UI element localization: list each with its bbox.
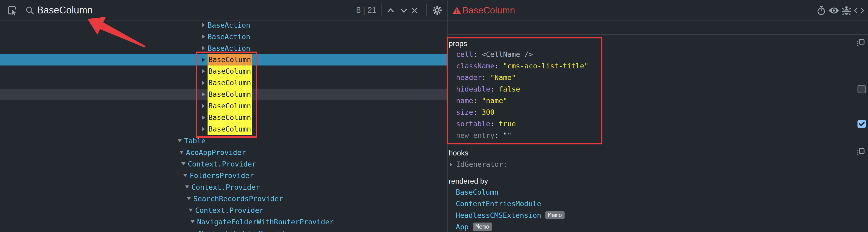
hideable-checkbox[interactable] xyxy=(858,85,866,93)
prop-row[interactable]: sortable: true xyxy=(456,119,516,129)
search-icon xyxy=(25,6,35,15)
tree-row[interactable]: Context.Provider xyxy=(0,204,447,216)
tree-row[interactable]: BaseAction xyxy=(0,42,447,54)
rendered-by-row: BaseColumn xyxy=(456,187,499,198)
panel-divider[interactable] xyxy=(447,0,448,232)
owner-link[interactable]: BaseColumn xyxy=(456,188,499,196)
gear-icon[interactable] xyxy=(432,5,442,16)
expand-arrow-icon[interactable] xyxy=(202,104,205,108)
tree-row[interactable]: BaseColumn xyxy=(0,65,447,77)
tree-row[interactable]: Context.Provider xyxy=(0,181,447,193)
expand-arrow-icon[interactable] xyxy=(202,92,205,97)
tree-row[interactable]: Context.Provider xyxy=(0,158,447,170)
tree-row[interactable]: BaseAction xyxy=(0,31,447,42)
eye-icon[interactable] xyxy=(828,7,840,14)
check-icon xyxy=(858,120,866,128)
owner-link[interactable]: HeadlessCMSExtension xyxy=(456,211,541,220)
view-source-icon[interactable] xyxy=(854,7,864,14)
collapse-arrow-icon[interactable] xyxy=(178,139,182,142)
tree-row[interactable]: BaseColumn xyxy=(0,123,447,135)
prop-row[interactable]: cell: <CellName /> xyxy=(456,49,533,60)
rendered-by-row: ContentEntriesModule xyxy=(456,199,541,209)
collapse-arrow-icon[interactable] xyxy=(185,185,189,188)
rendered-by-section-header: rendered by xyxy=(449,176,488,186)
collapse-arrow-icon[interactable] xyxy=(189,209,193,212)
search-input[interactable]: BaseColumn xyxy=(37,0,93,21)
bug-icon[interactable] xyxy=(842,5,851,16)
collapse-arrow-icon[interactable] xyxy=(190,220,195,223)
tree-row[interactable]: NavigateFolderWithRouterProvider xyxy=(0,216,447,228)
rendered-by-row: AppMemo xyxy=(456,222,492,232)
tree-row[interactable]: NavigateFolderProvider xyxy=(0,228,447,232)
expand-arrow-icon[interactable] xyxy=(202,46,205,51)
prop-row[interactable]: size: 300 xyxy=(456,107,494,118)
tree-row[interactable]: AcoAppProvider xyxy=(0,146,447,158)
tree-row-selected[interactable]: BaseColumn xyxy=(0,54,447,65)
collapse-arrow-icon[interactable] xyxy=(187,197,191,200)
expand-arrow-icon[interactable] xyxy=(202,57,205,62)
separator xyxy=(20,4,20,16)
prop-row[interactable]: header: "Name" xyxy=(456,72,516,83)
expand-arrow-icon[interactable] xyxy=(202,23,205,27)
prop-new-entry-row[interactable]: new entry: "" xyxy=(456,130,512,141)
stopwatch-icon[interactable] xyxy=(816,5,826,16)
collapse-arrow-icon[interactable] xyxy=(183,174,187,177)
tree-row[interactable]: BaseAction xyxy=(0,21,447,31)
sortable-checkbox[interactable] xyxy=(858,120,866,128)
section-divider xyxy=(448,145,868,145)
collapse-arrow-icon[interactable] xyxy=(181,162,185,166)
prop-row[interactable]: hideable: false xyxy=(456,84,520,94)
clear-icon[interactable] xyxy=(411,7,418,14)
props-section-header: props xyxy=(449,38,467,49)
tree-row[interactable]: BaseColumn xyxy=(0,100,447,112)
copy-icon[interactable] xyxy=(857,39,865,47)
memo-badge: Memo xyxy=(473,223,492,231)
inspected-component-title: BaseColumn xyxy=(462,0,515,21)
search-result-count: 8 | 21 xyxy=(356,0,376,21)
prop-row[interactable]: name: "name" xyxy=(456,95,507,106)
tree-row[interactable]: Table xyxy=(0,135,447,146)
inspect-element-icon[interactable] xyxy=(7,5,17,16)
react-devtools-window: BaseColumn 8 | 21 xyxy=(0,0,868,232)
chevron-up-icon[interactable] xyxy=(386,7,395,14)
chevron-down-icon[interactable] xyxy=(399,7,408,14)
collapse-arrow-icon[interactable] xyxy=(180,151,184,154)
owner-link[interactable]: App xyxy=(456,223,469,231)
separator xyxy=(426,4,427,16)
expand-arrow-icon[interactable] xyxy=(450,163,453,167)
tree-row[interactable]: BaseColumn xyxy=(0,89,447,100)
expand-arrow-icon[interactable] xyxy=(202,81,205,85)
warning-triangle-icon xyxy=(453,6,461,15)
expand-arrow-icon[interactable] xyxy=(202,115,205,120)
owner-link[interactable]: ContentEntriesModule xyxy=(456,200,541,208)
memo-badge: Memo xyxy=(546,211,564,220)
hooks-section-header: hooks xyxy=(449,148,468,158)
expand-arrow-icon[interactable] xyxy=(202,34,205,39)
component-tree: BaseAction BaseAction BaseAction BaseCol… xyxy=(0,21,447,232)
copy-icon[interactable] xyxy=(857,148,865,156)
tree-row[interactable]: SearchRecordsProvider xyxy=(0,193,447,204)
section-divider xyxy=(448,34,868,35)
hook-row[interactable]: IdGenerator: xyxy=(450,159,507,170)
toolbar: BaseColumn 8 | 21 xyxy=(0,0,868,21)
prop-row[interactable]: className: "cms-aco-list-title" xyxy=(456,61,588,71)
section-divider xyxy=(448,173,868,173)
rendered-by-row: HeadlessCMSExtensionMemo xyxy=(456,210,564,221)
tree-row[interactable]: FoldersProvider xyxy=(0,170,447,181)
expand-arrow-icon[interactable] xyxy=(202,69,205,74)
separator xyxy=(381,4,382,16)
tree-row[interactable]: BaseColumn xyxy=(0,112,447,123)
tree-row[interactable]: BaseColumn xyxy=(0,77,447,89)
expand-arrow-icon[interactable] xyxy=(202,127,205,132)
